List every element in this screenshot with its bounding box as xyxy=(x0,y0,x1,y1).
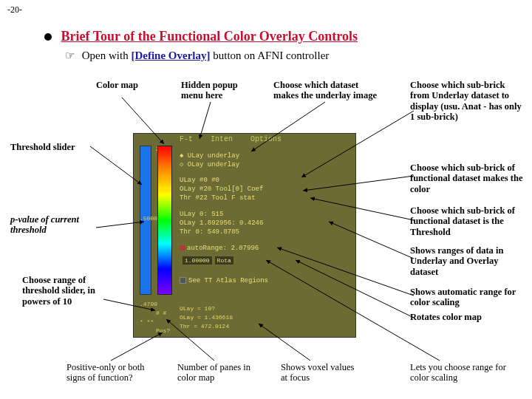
range-thr: Thr 0: 549.8785 xyxy=(180,228,352,237)
colormap-bar xyxy=(157,146,172,295)
menu-inten: Inten xyxy=(211,135,233,143)
page-number: -20- xyxy=(7,4,22,16)
label-threshold-slider: Threshold slider xyxy=(10,142,75,152)
sub-suffix: button on AFNI controller xyxy=(213,50,329,61)
afni-overlay-panel: F-t Inten Options 2.00 ◆ ULay underlay ◇… xyxy=(133,133,356,338)
label-choose-sub-thr: Choose which sub-brick of functional dat… xyxy=(410,205,525,237)
define-overlay-link: [Define Overlay] xyxy=(131,50,210,61)
label-voxel: Shows voxel values at focus xyxy=(281,362,358,383)
thr-select: Thr #22 Tool F stat xyxy=(180,194,352,203)
pval-num: .5000 xyxy=(140,215,157,222)
label-choose-sub-anat: Choose which sub-brick from Underlay dat… xyxy=(410,80,525,123)
label-hidden-popup: Hidden popup menu here xyxy=(181,80,248,101)
label-rotates: Rotates color map xyxy=(410,312,525,322)
sub-prefix: Open with xyxy=(82,50,132,61)
label-colormap: Color map xyxy=(96,80,138,90)
label-choose-dataset: Choose which dataset makes the underlay … xyxy=(273,80,384,101)
page-title: Brief Tour of the Functional Color Overl… xyxy=(61,29,358,44)
atlas-row: See TT Atlas Regions xyxy=(180,277,352,286)
label-lets-range: Lets you choose range for color scaling xyxy=(410,362,521,383)
bot-olay: OLay = 1.436618 xyxy=(180,314,233,321)
label-panes: Number of panes in color map xyxy=(177,362,266,383)
range-olay: OLay 1.892956: 0.4246 xyxy=(180,219,352,228)
star-label: * ** xyxy=(140,318,154,325)
label-shows-auto: Shows automatic range for color scaling xyxy=(410,287,525,308)
posq-label: Pos? xyxy=(156,327,170,334)
hash-label: # # xyxy=(156,310,166,316)
label-choose-sub-func: Choose which sub-brick of functional dat… xyxy=(410,163,525,194)
menu-ft: F-t xyxy=(180,135,193,143)
panel-menus: F-t Inten Options xyxy=(180,135,295,143)
bullet-icon xyxy=(44,33,52,41)
title-row: Brief Tour of the Functional Color Overl… xyxy=(44,28,358,44)
ulay-select: ULay #0 #0 xyxy=(180,177,352,185)
range-ulay: ULay 0: 515 xyxy=(180,211,352,219)
hand-icon: ☞ xyxy=(65,50,75,61)
checkbox-icon xyxy=(180,277,186,284)
ulay-diamond: ◆ ULay underlay xyxy=(180,151,352,160)
bot-ulay: ULay = 10? xyxy=(180,305,215,312)
label-pvalue: p-value of current threshold xyxy=(10,214,99,236)
pval-low: .4799 xyxy=(140,301,157,307)
olay-diamond: ◇ OLay underlay xyxy=(180,160,352,169)
olay-select: OLay #20 Tool[0] Coef xyxy=(180,185,352,194)
checkbox-icon xyxy=(180,245,185,250)
autorange-row: autoRange: 2.07996 xyxy=(180,245,352,253)
sub-row: ☞ Open with [Define Overlay] button on A… xyxy=(65,49,329,62)
bot-thr: Thr = 472.0124 xyxy=(180,323,229,330)
label-shows-ranges: Shows ranges of data in Underlay and Ove… xyxy=(410,245,525,277)
menu-options: Options xyxy=(250,135,282,143)
label-pos-only: Positive-only or both signs of function? xyxy=(66,362,163,383)
rota-row: 1.00000Rota xyxy=(180,256,352,265)
label-range-slider: Choose range of threshold slider, in pow… xyxy=(22,275,111,307)
